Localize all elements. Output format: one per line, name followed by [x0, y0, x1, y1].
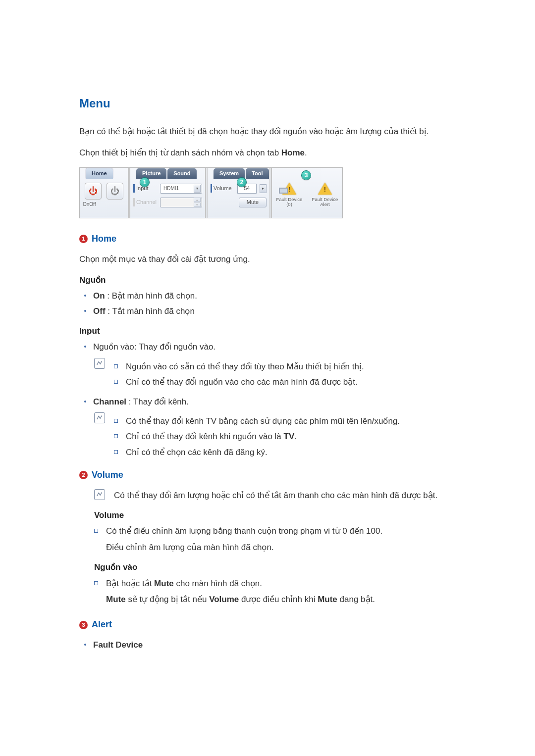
fig-pin-3: 3: [302, 171, 311, 180]
power-icon: ⏻: [89, 187, 98, 196]
fig-input-value: HDMI1: [163, 185, 179, 193]
fig-tab-sound: Sound: [167, 168, 196, 179]
fig-tab-home: Home: [86, 168, 113, 179]
key-on: On: [93, 291, 105, 301]
fig-label-off: Off: [89, 201, 96, 208]
list-item: Off : Tắt màn hình đã chọn: [93, 305, 456, 318]
section-title-volume: Volume: [92, 468, 123, 482]
fig-volume-label: Volume: [211, 184, 234, 193]
sec2-src-l1c: cho màn hình đã chọn.: [174, 579, 262, 588]
sec3-list: Fault Device: [79, 639, 456, 652]
sec1-desc: Chọn một mục và thay đổi cài đặt tương ứ…: [79, 253, 456, 266]
sec2-vol-l1: Có thể điều chỉnh âm lượng bằng thanh cu…: [106, 526, 382, 536]
fig-label-on: On: [83, 201, 89, 208]
fig-fault-device-0: Fault Device (0): [275, 197, 304, 207]
sec2-src-l2: Mute sẽ tự động bị tắt nếu Volume được đ…: [106, 593, 456, 606]
sec2-src-l1a: Bật hoặc tắt: [106, 579, 154, 588]
list-item: Nguồn vào có sẵn có thể thay đổi tùy the…: [114, 360, 364, 373]
ui-screenshot-figure: Home ⏻ ⏻ On Off Picture Sound 1 Input HD…: [79, 167, 343, 218]
sec2-src-l2d: được điều chỉnh khi: [239, 595, 318, 604]
sec1-input-sublist: Nguồn vào có sẵn có thể thay đổi tùy the…: [114, 358, 364, 392]
fig-pin-2: 2: [237, 178, 246, 187]
sec2-src-l2b: sẽ tự động bị tắt nếu: [126, 595, 209, 604]
section-1-head: 1 Home: [79, 232, 456, 246]
fig-fault-device-alert: Fault Device Alert: [311, 197, 339, 207]
val-channel: : Thay đổi kênh.: [126, 397, 189, 406]
list-item: Có thể thay đổi kênh TV bằng cách sử dụn…: [114, 415, 400, 428]
ch-note2c: .: [294, 432, 297, 441]
stepper-icon: ▴▾: [194, 198, 201, 207]
sec2-src-list: Bật hoặc tắt Mute cho màn hình đã chọn. …: [94, 577, 456, 606]
fig-power-zone: Home ⏻ ⏻ On Off: [80, 168, 130, 218]
note-icon: [94, 489, 105, 500]
section-number-2: 2: [79, 471, 88, 479]
sec1-channel-list: Channel : Thay đổi kênh.: [79, 396, 456, 408]
fig-tab-picture: Picture: [136, 168, 166, 179]
sec2-src-l2f: đang bật.: [337, 595, 375, 604]
sec1-input-head: Input: [79, 325, 456, 338]
fig-channel-label: Channel: [133, 198, 157, 206]
sec2-top-note-text: Có thể thay đổi âm lượng hoặc chỉ có thể…: [114, 489, 437, 502]
section-title-alert: Alert: [92, 618, 112, 632]
intro-2a: Chọn thiết bị hiển thị từ danh sách nhóm…: [79, 148, 281, 157]
ch-note2b: TV: [284, 432, 295, 441]
ch-note2a: Chỉ có thể thay đổi kênh khi nguồn vào l…: [126, 432, 284, 441]
intro-paragraph-1: Bạn có thể bật hoặc tắt thiết bị đã chọn…: [79, 125, 456, 138]
sec2-src-head: Nguồn vào: [94, 561, 456, 574]
list-item: Có thể điều chỉnh âm lượng bằng thanh cu…: [94, 525, 456, 554]
fig-channel-combo: ▴▾: [160, 198, 202, 207]
chevron-down-icon: ▾: [194, 185, 201, 193]
sec2-volume-head: Volume: [94, 509, 456, 522]
power-icon: ⏻: [110, 187, 119, 196]
sec1-source-list: On : Bật màn hình đã chọn. Off : Tắt màn…: [79, 290, 456, 318]
sec1-channel-note: Có thể thay đổi kênh TV bằng cách sử dụn…: [94, 412, 456, 461]
fig-power-off-button: ⏻: [107, 183, 123, 200]
list-item: Nguồn vào: Thay đổi nguồn vào.: [93, 341, 456, 353]
sec2-src-l2c: Volume: [209, 595, 239, 604]
list-item: Channel : Thay đổi kênh.: [93, 396, 456, 408]
sec1-source-head: Nguồn: [79, 274, 456, 287]
list-item: Bật hoặc tắt Mute cho màn hình đã chọn. …: [94, 577, 456, 606]
list-item: Chỉ có thể chọn các kênh đã đăng ký.: [114, 446, 400, 459]
section-title-home: Home: [92, 232, 116, 246]
sec2-src-l2a: Mute: [106, 595, 126, 604]
key-off: Off: [93, 306, 106, 316]
fig-pin-1: 1: [140, 178, 149, 187]
sec2-src-l1b: Mute: [154, 579, 174, 588]
fig-input-zone: Picture Sound 1 Input HDMI1 ▾ Channel ▴▾: [130, 168, 208, 218]
list-item: Fault Device: [93, 639, 456, 652]
section-number-3: 3: [79, 621, 88, 629]
sec1-input-list: Nguồn vào: Thay đổi nguồn vào.: [79, 341, 456, 353]
intro-paragraph-2: Chọn thiết bị hiển thị từ danh sách nhóm…: [79, 147, 456, 159]
list-item: Chỉ có thể thay đổi kênh khi nguồn vào l…: [114, 430, 400, 443]
sec1-input-note: Nguồn vào có sẵn có thể thay đổi tùy the…: [94, 358, 456, 392]
chevron-right-icon: ▸: [260, 184, 267, 193]
section-3-head: 3 Alert: [79, 618, 456, 632]
sec3-fault-device: Fault Device: [93, 640, 143, 650]
section-2-head: 2 Volume: [79, 468, 456, 482]
fig-tab-tool: Tool: [246, 168, 268, 179]
fig-input-combo: HDMI1 ▾: [160, 184, 202, 194]
warning-icon: !: [317, 182, 333, 196]
sec2-vol-l2: Điều chỉnh âm lượng của màn hình đã chọn…: [106, 541, 456, 554]
sec2-top-note: Có thể thay đổi âm lượng hoặc chỉ có thể…: [94, 489, 456, 502]
val-on: : Bật màn hình đã chọn.: [105, 291, 197, 301]
list-item: Chỉ có thể thay đổi nguồn vào cho các mà…: [114, 376, 364, 389]
intro-2b: Home: [281, 148, 305, 157]
section-number-1: 1: [79, 235, 88, 243]
sec2-src-l2e: Mute: [318, 595, 337, 604]
val-off: : Tắt màn hình đã chọn: [106, 306, 195, 316]
fig-mute-button: Mute: [239, 198, 267, 207]
intro-2c: .: [305, 148, 307, 157]
note-icon: [94, 412, 105, 423]
fig-volume-zone: System Tool 2 Volume 54 ▸ Mute: [208, 168, 272, 218]
note-icon: [94, 358, 105, 369]
sec1-channel-sublist: Có thể thay đổi kênh TV bằng cách sử dụn…: [114, 412, 400, 461]
fig-alert-zone: 3 ! Fault Device (0) ! Fault Device Aler…: [272, 168, 342, 218]
key-channel: Channel: [93, 397, 126, 406]
page-title: Menu: [79, 94, 456, 112]
sec2-volume-list: Có thể điều chỉnh âm lượng bằng thanh cu…: [94, 525, 456, 554]
list-item: On : Bật màn hình đã chọn.: [93, 290, 456, 302]
warning-icon: !: [281, 182, 298, 196]
fig-power-on-button: ⏻: [85, 183, 102, 200]
